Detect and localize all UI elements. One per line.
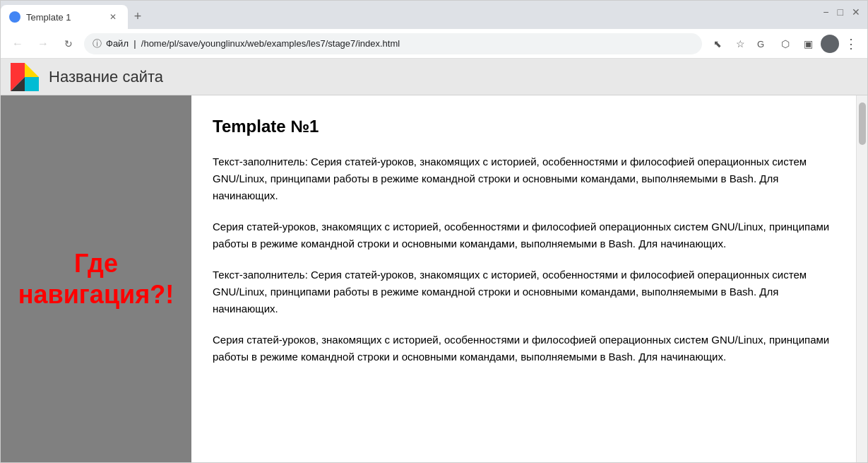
paragraph-1: Текст-заполнитель: Серия статей-уроков, … — [213, 153, 835, 204]
sidebar: Где навигация?! — [1, 95, 191, 462]
address-text: Файл | /home/pl/save/younglinux/web/exam… — [106, 38, 694, 49]
svg-marker-1 — [25, 63, 39, 77]
extension-icon[interactable]: ⬡ — [775, 34, 795, 54]
tab-title: Template 1 — [26, 12, 101, 23]
new-tab-button[interactable]: + — [128, 6, 148, 26]
toolbar-actions: ⬉ ☆ G ⬡ ▣ ⋮ — [708, 34, 860, 54]
sidebar-toggle-icon[interactable]: ▣ — [798, 34, 818, 54]
content-area: Template №1 Текст-заполнитель: Серия ста… — [191, 95, 856, 462]
translate-icon[interactable]: G — [753, 34, 773, 54]
main-layout: Где навигация?! Template №1 Текст-заполн… — [1, 95, 867, 462]
share-icon[interactable]: ⬉ — [708, 34, 727, 54]
minimize-button[interactable]: − — [823, 6, 828, 18]
tab-favicon — [9, 11, 20, 23]
active-tab[interactable]: Template 1 ✕ — [1, 5, 128, 29]
back-button[interactable]: ← — [8, 34, 28, 54]
bookmark-icon[interactable]: ☆ — [730, 34, 750, 54]
address-bar: ← → ↻ ⓘ Файл | /home/pl/save/younglinux/… — [1, 29, 867, 59]
paragraph-3: Текст-заполнитель: Серия статей-уроков, … — [213, 266, 835, 317]
refresh-button[interactable]: ↻ — [59, 34, 78, 54]
window-controls: − □ ✕ — [823, 6, 860, 18]
profile-avatar[interactable] — [821, 35, 839, 53]
page-content: Название сайта Где навигация?! Template … — [1, 59, 867, 462]
browser-window: Template 1 ✕ + − □ ✕ ← → ↻ ⓘ Файл | /hom… — [0, 0, 868, 463]
paragraph-2: Серия статей-уроков, знакомящих с истори… — [213, 218, 835, 252]
tab-bar: Template 1 ✕ + − □ ✕ — [1, 1, 867, 29]
svg-marker-3 — [25, 77, 39, 91]
site-header: Название сайта — [1, 59, 867, 95]
info-icon: ⓘ — [93, 37, 102, 50]
scrollbar-track[interactable] — [856, 95, 867, 462]
sidebar-text: Где навигация?! — [15, 248, 177, 309]
svg-text:G: G — [757, 39, 764, 49]
menu-button[interactable]: ⋮ — [842, 36, 860, 52]
close-button[interactable]: ✕ — [852, 6, 860, 18]
paragraph-4: Серия статей-уроков, знакомящих с истори… — [213, 332, 835, 365]
scrollbar-thumb[interactable] — [859, 102, 866, 145]
maximize-button[interactable]: □ — [838, 6, 843, 18]
site-title: Название сайта — [49, 68, 163, 86]
forward-button[interactable]: → — [33, 34, 53, 54]
content-title: Template №1 — [213, 117, 835, 136]
address-input-wrap[interactable]: ⓘ Файл | /home/pl/save/younglinux/web/ex… — [84, 33, 702, 54]
tab-close-button[interactable]: ✕ — [107, 11, 119, 23]
logo-icon — [9, 61, 40, 93]
